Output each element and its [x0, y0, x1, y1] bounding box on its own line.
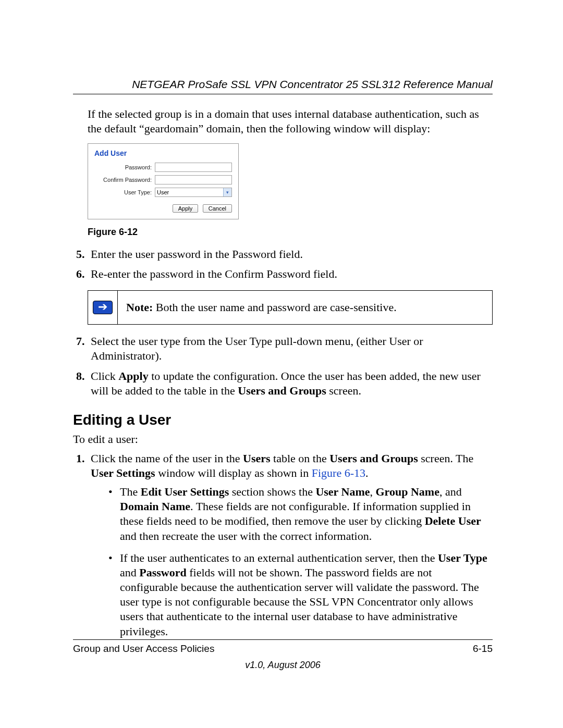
arrow-right-icon: ➔	[93, 301, 113, 314]
select-user-type-value: User	[155, 188, 232, 197]
b1-bold-delete-user: Delete User	[425, 514, 481, 527]
b2-bold-password: Password	[139, 566, 186, 579]
edit1-c: screen. The	[418, 452, 474, 465]
step-7: Select the user type from the User Type …	[88, 334, 493, 363]
footer-left: Group and User Access Policies	[73, 643, 214, 655]
row-confirm-password: Confirm Password:	[94, 175, 232, 184]
step-8-bold-apply: Apply	[118, 369, 148, 382]
footer-version: v1.0, August 2006	[73, 660, 493, 671]
steps-list-7-8: Select the user type from the User Type …	[73, 334, 493, 398]
edit1-bold-users-groups: Users and Groups	[329, 452, 418, 465]
button-row: Apply Cancel	[94, 203, 232, 213]
step-6: Re-enter the password in the Confirm Pas…	[88, 267, 493, 281]
panel-title: Add User	[94, 149, 232, 157]
label-user-type: User Type:	[94, 189, 155, 195]
b1-bold-domain-name: Domain Name	[120, 500, 190, 513]
edit-sub-list: The Edit User Settings section shows the…	[91, 485, 493, 639]
b1-bold-edit-user-settings: Edit User Settings	[141, 485, 229, 498]
b2-bold-user-type: User Type	[438, 551, 487, 564]
cancel-button[interactable]: Cancel	[203, 204, 232, 213]
edit1-a: Click the name of the user in the	[91, 452, 243, 465]
page-footer: Group and User Access Policies 6-15 v1.0…	[73, 639, 493, 671]
edit1-bold-user-settings: User Settings	[91, 466, 155, 479]
footer-rule	[73, 639, 493, 640]
note-text: Note: Both the user name and password ar…	[118, 291, 405, 325]
row-user-type: User Type: User ▾	[94, 188, 232, 197]
b1-bold-group-name: Group Name	[375, 485, 439, 498]
edit1-e: .	[365, 466, 369, 479]
b1-c: ,	[370, 485, 375, 498]
intro-paragraph: If the selected group is in a domain tha…	[73, 107, 493, 136]
edit-sub-1: The Edit User Settings section shows the…	[106, 485, 493, 544]
b1-f: and then recreate the user with the corr…	[120, 529, 372, 542]
input-confirm-password[interactable]	[155, 175, 232, 184]
note-box: ➔ Note: Both the user name and password …	[88, 290, 493, 325]
page: NETGEAR ProSafe SSL VPN Concentrator 25 …	[0, 0, 563, 728]
figure-6-12: Add User Password: Confirm Password: Use…	[73, 143, 493, 238]
section-heading-editing-user: Editing a User	[73, 412, 493, 428]
b1-d: , and	[439, 485, 462, 498]
chevron-down-icon: ▾	[223, 188, 231, 196]
note-body: Both the user name and password are case…	[156, 301, 397, 314]
step-8-text-c: screen.	[326, 384, 361, 397]
b1-bold-user-name: User Name	[315, 485, 370, 498]
step-5: Enter the user password in the Password …	[88, 247, 493, 262]
input-password[interactable]	[155, 163, 232, 172]
step-8-bold-users-groups: Users and Groups	[238, 384, 326, 397]
b2-a: If the user authenticates to an external…	[120, 551, 438, 564]
select-user-type[interactable]: User ▾	[155, 188, 232, 197]
step-8: Click Apply to update the configuration.…	[88, 369, 493, 398]
note-prefix: Note:	[126, 301, 156, 314]
footer-page-number: 6-15	[473, 643, 493, 655]
link-figure-6-13[interactable]: Figure 6-13	[312, 466, 365, 479]
b1-b: section shows the	[229, 485, 315, 498]
row-password: Password:	[94, 163, 232, 172]
edit1-bold-users: Users	[243, 452, 271, 465]
section-lead: To edit a user:	[73, 433, 493, 446]
edit-steps-list: Click the name of the user in the Users …	[73, 451, 493, 639]
note-icon-cell: ➔	[88, 291, 118, 325]
label-confirm-password: Confirm Password:	[94, 177, 155, 183]
header-rule	[73, 94, 493, 94]
edit1-d: window will display as shown in	[155, 466, 312, 479]
b2-b: and	[120, 566, 139, 579]
figure-caption: Figure 6-12	[88, 227, 493, 238]
apply-button[interactable]: Apply	[173, 204, 199, 213]
edit1-b: table on the	[271, 452, 330, 465]
label-password: Password:	[94, 164, 155, 170]
steps-list-5-6: Enter the user password in the Password …	[73, 247, 493, 281]
edit-sub-2: If the user authenticates to an external…	[106, 551, 493, 639]
edit-step-1: Click the name of the user in the Users …	[88, 451, 493, 639]
add-user-panel: Add User Password: Confirm Password: Use…	[88, 143, 239, 219]
header-title: NETGEAR ProSafe SSL VPN Concentrator 25 …	[73, 78, 493, 91]
step-8-text-a: Click	[91, 369, 118, 382]
b1-a: The	[120, 485, 141, 498]
